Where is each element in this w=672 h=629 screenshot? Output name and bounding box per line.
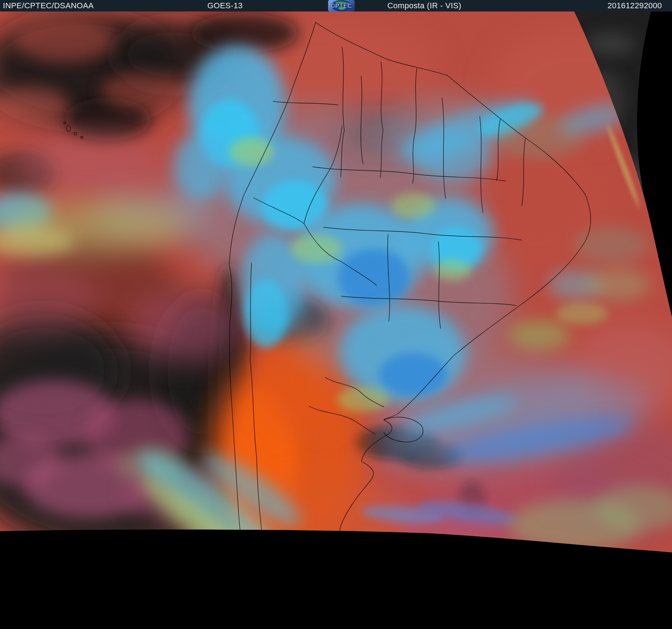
goes13-composite-image	[0, 12, 672, 629]
color-swath	[0, 12, 672, 588]
noaa-label: NOAA	[71, 1, 94, 10]
satellite-label: GOES-13	[207, 1, 243, 10]
agency-label: INPE/CPTEC/DSA	[3, 1, 71, 10]
product-label: Composta (IR - VIS)	[387, 1, 461, 10]
svg-text:CPTEC: CPTEC	[331, 3, 352, 9]
satellite-image-canvas	[0, 12, 672, 629]
cptec-globe-icon: CPTEC	[328, 0, 355, 12]
timestamp-label: 201612292000	[607, 1, 662, 10]
cptec-logo: CPTEC	[328, 0, 355, 12]
title-bar: INPE/CPTEC/DSA NOAA GOES-13 Composta (IR…	[0, 0, 672, 12]
noise-texture	[0, 12, 672, 554]
